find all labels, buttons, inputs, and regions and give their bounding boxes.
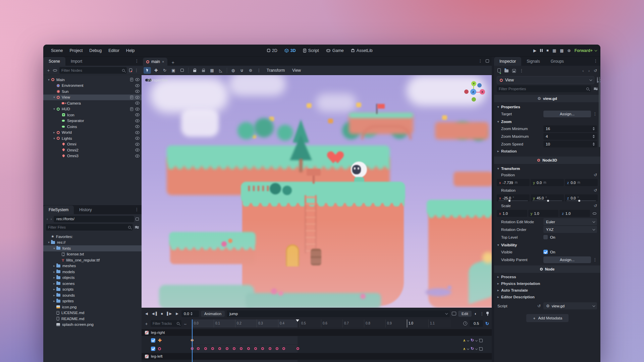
track-row[interactable]: leg-left ∧ ↻ (142, 353, 492, 360)
new-resource-icon[interactable]: ＋ (497, 68, 501, 74)
script-icon[interactable] (130, 107, 133, 111)
add-node-button[interactable]: ＋ (46, 68, 51, 72)
save-resource-icon[interactable] (512, 69, 516, 73)
scene-tree-row[interactable]: Environment (43, 83, 142, 89)
tab-inspector[interactable]: Inspector (494, 57, 521, 66)
filter-properties-input[interactable] (497, 85, 591, 92)
inspector-menu-icon[interactable]: ⋮ (594, 59, 598, 63)
scene-tree-row[interactable]: Separator (43, 118, 142, 124)
menu-item[interactable]: Help (123, 47, 138, 54)
animation-length-value[interactable]: 0.5 (470, 320, 483, 327)
filter-tracks-input[interactable] (151, 320, 181, 327)
history-back-icon[interactable]: ‹ (582, 69, 585, 73)
expand-arrow[interactable] (52, 276, 56, 279)
file-row[interactable]: scripts (43, 287, 142, 293)
node-selector-dropdown[interactable]: View (497, 76, 594, 84)
stop-button[interactable]: ■ (546, 49, 549, 52)
revert-icon[interactable]: ↺ (594, 204, 597, 208)
position-z-field[interactable]: z0.0m (565, 179, 598, 186)
section-rotation-collapsed[interactable]: ▸Rotation (494, 148, 600, 155)
scene-tree-row[interactable]: View (43, 95, 142, 101)
magnet-button[interactable]: ∪ (238, 67, 246, 74)
section-properties[interactable]: ▾Properties (494, 103, 600, 110)
animation-menu-button[interactable]: Animation (201, 311, 225, 317)
expand-arrow[interactable] (47, 78, 51, 81)
keyframe[interactable] (226, 347, 228, 350)
eye-icon[interactable] (135, 131, 140, 134)
script-dropdown[interactable]: ⚙view.gd (543, 302, 597, 309)
file-row[interactable]: sounds (43, 292, 142, 298)
collapsed-section[interactable]: ▸Auto Translate (494, 287, 600, 294)
attach-script-icon[interactable] (129, 68, 132, 72)
script-class-header[interactable]: ⚙ view.gd (494, 95, 600, 102)
expand-arrow[interactable] (52, 288, 56, 291)
scene-tree-row[interactable]: Omni3 (43, 153, 142, 159)
script-icon[interactable] (130, 78, 133, 81)
keyframe[interactable] (211, 347, 214, 350)
filter-properties-field[interactable] (499, 87, 585, 91)
workspace-2d[interactable]: 2D (264, 47, 280, 54)
play-animation-icon[interactable]: ▶ (175, 312, 179, 315)
scale-x-field[interactable]: x1.0 (497, 210, 527, 217)
workspace-assetlib[interactable]: AssetLib (348, 47, 376, 54)
toolbar-extra-icon[interactable]: ⋮ (256, 68, 262, 72)
filter-nodes-field[interactable] (61, 68, 120, 72)
timeline-ruler[interactable]: 0.00.10.20.30.40.50.60.70.80.91.01.1 (191, 319, 451, 327)
file-row[interactable]: res:// (43, 240, 142, 246)
update-mode-icon[interactable]: ∧ (463, 339, 466, 342)
keyframe-lane[interactable] (142, 336, 492, 344)
eye-icon[interactable] (135, 84, 140, 87)
tab-history[interactable]: History (74, 205, 97, 214)
visible-checkbox[interactable] (543, 250, 548, 254)
scene-tree-row[interactable]: Omni (43, 141, 142, 147)
tab-import[interactable]: Import (65, 57, 88, 66)
node-class-header[interactable]: Node (494, 265, 600, 273)
keyframe[interactable] (218, 347, 221, 350)
nav-forward-icon[interactable]: › (50, 217, 53, 221)
dock-menu-icon[interactable]: ⋮ (135, 59, 139, 63)
scene-tree-row[interactable]: Sun (43, 88, 142, 95)
tab-filesystem[interactable]: FileSystem (43, 205, 74, 214)
eye-icon[interactable] (135, 102, 140, 105)
split-view-icon[interactable] (136, 218, 139, 221)
expand-arrow[interactable] (52, 131, 56, 134)
group-button[interactable]: ▦ (208, 67, 216, 74)
move-mode-button[interactable]: ✚ (152, 67, 160, 74)
value-spinbox[interactable]: 10 (543, 141, 597, 147)
history-icon[interactable]: ↺ (594, 69, 597, 73)
rotate-mode-button[interactable]: ↻ (161, 67, 168, 74)
expand-arrow[interactable] (52, 270, 56, 274)
rotation-x-field[interactable]: x-25.0° (497, 194, 530, 201)
eye-icon[interactable] (135, 113, 140, 116)
file-row[interactable]: T lilita_one_regular.ttf (43, 257, 142, 263)
run-current-scene-button[interactable]: ▦ (552, 49, 556, 53)
link-scale-icon[interactable] (591, 210, 598, 217)
scene-tree-row[interactable]: Main (43, 77, 142, 83)
chevron-down-icon[interactable] (475, 339, 478, 341)
workspace-3d[interactable]: 3D (282, 47, 299, 54)
section-zoom[interactable]: ▾Zoom (494, 118, 600, 125)
gizmo-x-axis[interactable]: X (480, 89, 485, 95)
scene-tree-row[interactable]: Coins (43, 124, 142, 130)
rotation-order-dropdown[interactable]: YXZ (543, 226, 597, 233)
keyframe-lane[interactable] (142, 345, 492, 353)
revert-icon[interactable]: ↺ (594, 188, 597, 192)
file-row[interactable]: ★ Favorites: (43, 234, 142, 240)
view-menu[interactable]: View (289, 67, 304, 74)
onion-skinning-icon[interactable]: ◐ (474, 311, 478, 316)
eye-icon[interactable] (135, 148, 140, 152)
section-visibility[interactable]: ▾Visibility (494, 241, 600, 248)
position-y-field[interactable]: y0.0m (531, 179, 564, 186)
expand-arrow[interactable] (52, 294, 56, 297)
track-row[interactable]: ✚ ∧ ↻ (142, 336, 492, 344)
file-row[interactable]: LICENSE.md (43, 310, 142, 316)
scale-y-field[interactable]: y1.0 (528, 210, 559, 217)
scene-tree-row[interactable]: HUD (43, 106, 142, 112)
inspector-scrollbar[interactable] (599, 77, 600, 147)
keyframe[interactable] (240, 347, 243, 350)
current-time-spinbox[interactable]: 0.0 (181, 310, 199, 317)
file-row[interactable]: license.txt (43, 251, 142, 257)
timeline-playhead[interactable] (192, 319, 193, 362)
play-button[interactable]: ▶ (533, 49, 536, 53)
eye-icon[interactable] (135, 108, 140, 111)
